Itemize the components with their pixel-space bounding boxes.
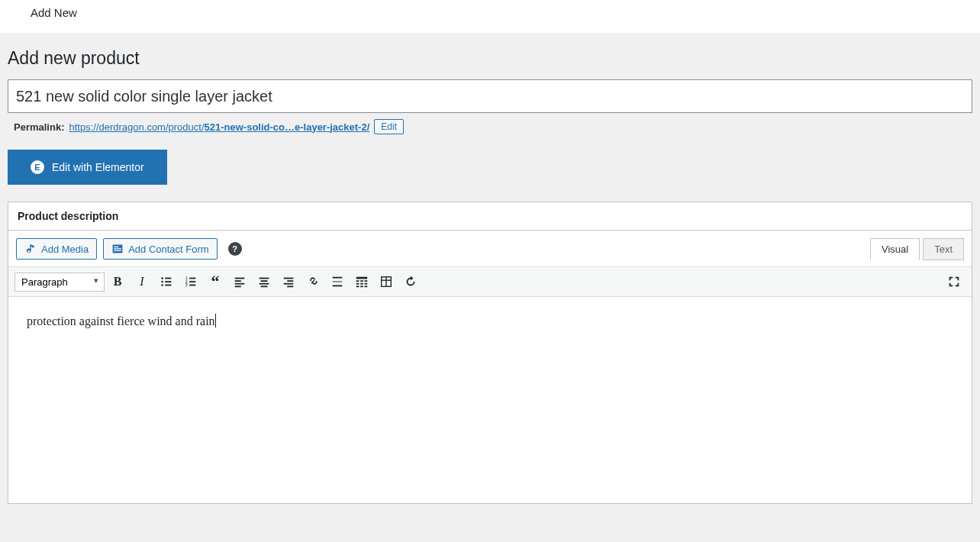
refresh-button[interactable] (399, 270, 422, 293)
align-right-button[interactable] (277, 270, 300, 293)
svg-rect-12 (189, 278, 195, 279)
form-icon (111, 243, 124, 255)
svg-rect-8 (165, 281, 171, 282)
camera-music-icon (24, 243, 37, 255)
bold-button[interactable]: B (106, 270, 129, 293)
media-button-row: Add Media Add Contact Form ? Visual Text (8, 231, 972, 267)
description-text: protection against fierce wind and rain (27, 315, 215, 327)
svg-point-9 (161, 284, 163, 286)
svg-rect-6 (165, 278, 171, 279)
svg-rect-28 (287, 286, 293, 287)
edit-with-elementor-button[interactable]: E Edit with Elementor (8, 150, 167, 185)
svg-rect-21 (260, 278, 269, 279)
svg-rect-29 (333, 277, 343, 279)
svg-rect-31 (333, 286, 343, 287)
svg-rect-19 (235, 283, 245, 285)
editor-content-area[interactable]: protection against fierce wind and rain (8, 297, 972, 503)
panel-body: Add Media Add Contact Form ? Visual Text… (8, 231, 972, 503)
page-title: Add new product (8, 48, 972, 69)
svg-rect-16 (189, 285, 195, 286)
svg-rect-20 (235, 286, 241, 287)
svg-rect-22 (261, 280, 268, 282)
svg-rect-40 (360, 286, 363, 287)
product-title-input[interactable] (8, 79, 972, 113)
svg-rect-2 (114, 247, 118, 247)
align-left-button[interactable] (228, 270, 251, 293)
table-button[interactable] (375, 270, 398, 293)
svg-rect-25 (284, 278, 294, 279)
svg-rect-35 (365, 280, 368, 282)
svg-rect-18 (235, 280, 241, 282)
text-cursor (215, 314, 216, 327)
align-center-button[interactable] (253, 270, 276, 293)
panel-header: Product description (8, 202, 972, 231)
fullscreen-button[interactable] (943, 270, 965, 293)
add-contact-form-button[interactable]: Add Contact Form (103, 238, 218, 260)
product-description-panel: Product description Add Media Add Contac… (8, 202, 972, 504)
tab-text[interactable]: Text (923, 238, 964, 260)
svg-rect-34 (360, 280, 363, 282)
svg-text:3: 3 (185, 282, 188, 287)
numbered-list-button[interactable]: 123 (179, 270, 202, 293)
svg-rect-38 (365, 283, 368, 285)
italic-button[interactable]: I (131, 270, 153, 293)
svg-point-7 (161, 281, 163, 283)
editor-toolbar: Paragraph B I 123 “ (8, 266, 972, 297)
svg-rect-17 (235, 278, 245, 279)
svg-rect-3 (114, 248, 121, 249)
add-media-button[interactable]: Add Media (16, 238, 97, 260)
format-dropdown[interactable]: Paragraph (15, 273, 105, 292)
svg-rect-33 (356, 280, 359, 282)
svg-rect-4 (114, 250, 121, 251)
svg-rect-39 (356, 286, 359, 287)
editor-mode-tabs: Visual Text (870, 238, 964, 260)
svg-point-0 (32, 245, 34, 247)
toolbar-toggle-button[interactable] (350, 270, 373, 293)
elementor-icon: E (31, 160, 44, 174)
svg-rect-30 (333, 281, 343, 282)
add-new-link[interactable]: Add New (31, 6, 77, 19)
tab-visual[interactable]: Visual (870, 238, 920, 260)
permalink-row: Permalink: https://derdragon.com/product… (14, 119, 972, 134)
svg-rect-14 (189, 281, 195, 282)
paragraph-format-select[interactable]: Paragraph (15, 273, 105, 292)
top-bar: Add New (0, 0, 980, 33)
permalink-link[interactable]: https://derdragon.com/product/521-new-so… (69, 121, 369, 133)
svg-rect-36 (356, 283, 359, 285)
edit-permalink-button[interactable]: Edit (374, 119, 404, 134)
help-icon[interactable]: ? (228, 242, 242, 256)
svg-rect-37 (360, 283, 363, 285)
svg-point-5 (161, 277, 163, 279)
svg-rect-24 (261, 286, 268, 287)
svg-rect-26 (287, 280, 293, 282)
elementor-button-label: Edit with Elementor (52, 161, 144, 173)
svg-rect-32 (356, 277, 367, 279)
bullet-list-button[interactable] (155, 270, 178, 293)
svg-rect-10 (165, 285, 171, 286)
blockquote-button[interactable]: “ (204, 270, 227, 293)
link-button[interactable] (301, 270, 324, 293)
read-more-button[interactable] (326, 270, 349, 293)
permalink-label: Permalink: (14, 121, 64, 133)
main-content: Add new product Permalink: https://derdr… (0, 33, 980, 504)
svg-rect-41 (365, 286, 368, 287)
svg-rect-23 (260, 283, 269, 285)
svg-rect-27 (284, 283, 294, 285)
